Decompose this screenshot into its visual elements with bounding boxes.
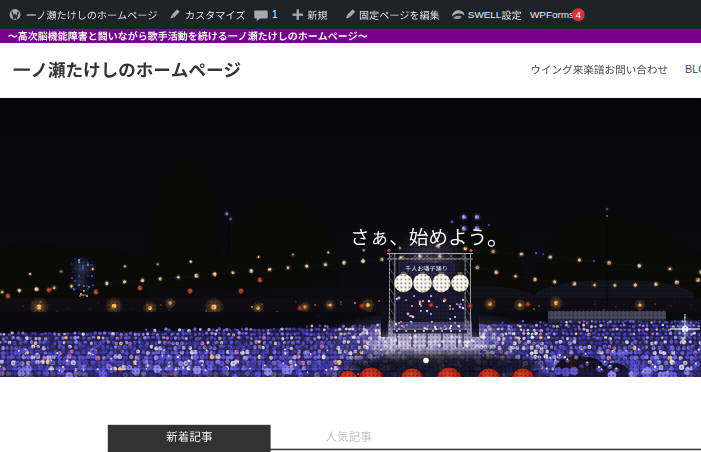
- svg-text:4: 4: [576, 10, 581, 20]
- svg-text:SWELL: SWELL: [468, 9, 502, 20]
- svg-text:BLOG: BLOG: [685, 63, 701, 75]
- svg-text:1: 1: [272, 9, 278, 20]
- svg-text:WPForms: WPForms: [530, 9, 574, 20]
